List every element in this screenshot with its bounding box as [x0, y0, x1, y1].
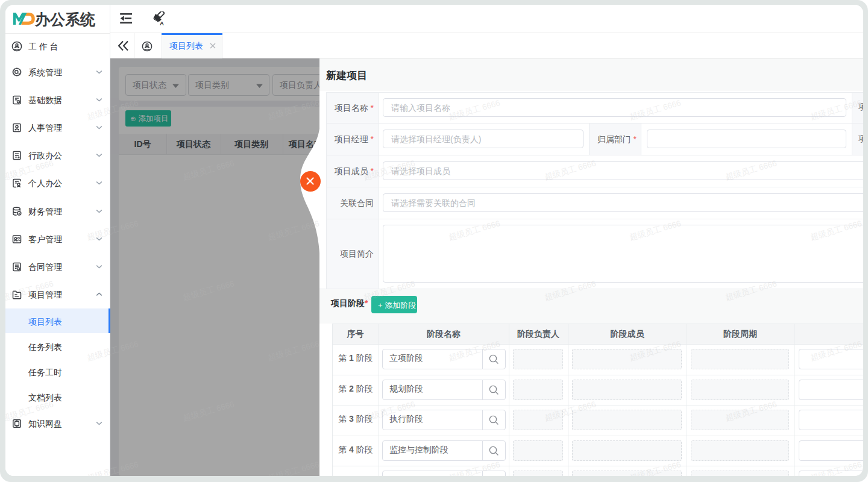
svg-text:A: A [160, 20, 164, 26]
